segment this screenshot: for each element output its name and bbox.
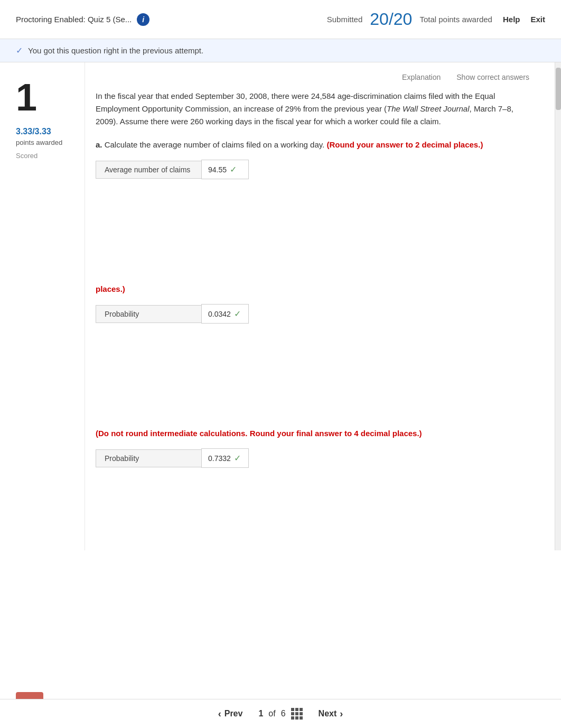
info-icon[interactable]: i bbox=[137, 13, 149, 26]
answer-check-a: ✓ bbox=[230, 164, 237, 174]
scrollbar-thumb[interactable] bbox=[556, 68, 561, 110]
answer-row-a: Average number of claims 94.55 ✓ bbox=[96, 160, 529, 179]
current-page: 1 bbox=[258, 709, 263, 718]
submitted-label: Submitted bbox=[327, 15, 363, 24]
section-b-instruction: places.) bbox=[96, 284, 125, 293]
answer-value-a-text: 94.55 bbox=[208, 165, 227, 174]
page-info: 1 of 6 bbox=[258, 708, 302, 720]
quiz-title: Proctoring Enabled: Quiz 5 (Se... bbox=[16, 15, 132, 24]
page-of-label: of bbox=[268, 709, 275, 718]
section-spacer-1 bbox=[96, 188, 529, 283]
answer-value-b: 0.0342 ✓ bbox=[201, 304, 249, 324]
sub-question-a: a. Calculate the average number of claim… bbox=[96, 139, 529, 151]
show-correct-answers-link[interactable]: Show correct answers bbox=[456, 73, 529, 81]
answer-label-b: Probability bbox=[96, 305, 201, 323]
answer-value-b-text: 0.0342 bbox=[208, 310, 231, 318]
answer-label-c: Probability bbox=[96, 449, 201, 467]
exit-button[interactable]: Exit bbox=[530, 15, 545, 24]
next-button[interactable]: Next › bbox=[319, 708, 343, 720]
section-c-instruction: (Do not round intermediate calculations.… bbox=[96, 429, 422, 438]
page-header: Proctoring Enabled: Quiz 5 (Se... i Subm… bbox=[0, 0, 561, 39]
points-awarded: 3.33/3.33 bbox=[16, 127, 51, 136]
answer-check-c: ✓ bbox=[234, 453, 241, 463]
prev-attempt-text: You got this question right in the previ… bbox=[28, 46, 203, 55]
section-spacer-2 bbox=[96, 332, 529, 427]
answer-label-a: Average number of claims bbox=[96, 161, 201, 179]
explanation-link[interactable]: Explanation bbox=[402, 73, 441, 81]
answer-value-c-text: 0.7332 bbox=[208, 454, 231, 463]
header-center: Submitted 20/20 Total points awarded bbox=[327, 10, 492, 29]
prev-attempt-bar: ✓ You got this question right in the pre… bbox=[0, 39, 561, 62]
question-content: Explanation Show correct answers In the … bbox=[85, 62, 561, 550]
question-body: In the fiscal year that ended September … bbox=[96, 90, 529, 128]
next-chevron-icon: › bbox=[340, 708, 343, 720]
answer-value-c: 0.7332 ✓ bbox=[201, 448, 249, 468]
total-points-label: Total points awarded bbox=[419, 15, 492, 24]
answer-row-b: Probability 0.0342 ✓ bbox=[96, 304, 529, 324]
answer-value-a: 94.55 ✓ bbox=[201, 160, 249, 179]
check-icon: ✓ bbox=[16, 45, 23, 56]
score-display: 20/20 bbox=[370, 10, 412, 29]
answer-row-c: Probability 0.7332 ✓ bbox=[96, 448, 529, 468]
answer-check-b: ✓ bbox=[234, 309, 241, 319]
points-label: points awarded bbox=[16, 139, 62, 146]
main-content: 1 3.33/3.33 points awarded Scored Explan… bbox=[0, 62, 561, 550]
scrollbar-track[interactable] bbox=[555, 62, 561, 550]
scored-label: Scored bbox=[16, 152, 38, 160]
page-total: 6 bbox=[281, 709, 286, 718]
prev-chevron-icon: ‹ bbox=[218, 708, 221, 720]
question-number: 1 bbox=[16, 78, 37, 116]
sub-question-b-instruction: places.) bbox=[96, 283, 529, 296]
instruction-a: (Round your answer to 2 decimal places.) bbox=[326, 140, 483, 149]
grid-icon[interactable] bbox=[291, 708, 303, 720]
question-links: Explanation Show correct answers bbox=[96, 73, 529, 81]
question-sidebar: 1 3.33/3.33 points awarded Scored bbox=[0, 62, 85, 550]
part-a-label: a. bbox=[96, 140, 102, 149]
footer-nav: ‹ Prev 1 of 6 Next › bbox=[0, 699, 561, 728]
help-button[interactable]: Help bbox=[503, 15, 520, 24]
prev-label: Prev bbox=[225, 709, 243, 718]
header-right: Help Exit bbox=[503, 15, 545, 24]
next-label: Next bbox=[319, 709, 337, 718]
header-left: Proctoring Enabled: Quiz 5 (Se... i bbox=[16, 13, 327, 26]
sub-question-c-instruction: (Do not round intermediate calculations.… bbox=[96, 427, 529, 440]
bottom-padding bbox=[96, 476, 529, 540]
prev-button[interactable]: ‹ Prev bbox=[218, 708, 243, 720]
